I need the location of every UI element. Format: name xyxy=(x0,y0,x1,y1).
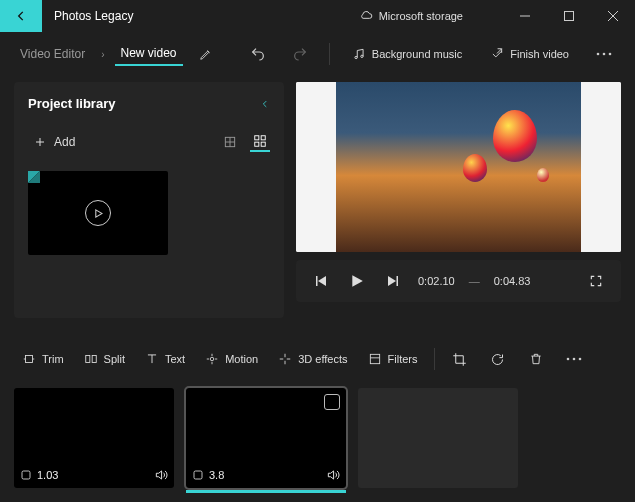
project-library-panel: Project library Add xyxy=(14,82,284,318)
app-window: Photos Legacy Microsoft storage Video Ed… xyxy=(0,0,635,502)
svg-rect-35 xyxy=(22,471,30,479)
svg-rect-17 xyxy=(261,142,265,146)
svg-rect-15 xyxy=(261,136,265,140)
redo-button[interactable] xyxy=(283,37,317,71)
music-icon xyxy=(352,47,366,61)
prev-frame-button[interactable] xyxy=(306,266,336,296)
cloud-icon xyxy=(359,9,373,23)
tab-new-video[interactable]: New video xyxy=(115,42,183,66)
duration-icon xyxy=(20,469,32,481)
crop-button[interactable] xyxy=(443,342,477,376)
video-preview[interactable] xyxy=(296,82,621,252)
svg-point-32 xyxy=(566,358,569,361)
svg-point-6 xyxy=(597,53,600,56)
clip-placeholder[interactable] xyxy=(358,388,518,488)
background-music-button[interactable]: Background music xyxy=(342,41,473,67)
clip-checkbox[interactable] xyxy=(324,394,340,410)
svg-rect-19 xyxy=(397,276,399,286)
svg-rect-36 xyxy=(194,471,202,479)
svg-point-34 xyxy=(578,358,581,361)
plus-icon xyxy=(34,136,46,148)
app-title: Photos Legacy xyxy=(54,9,133,23)
filters-icon xyxy=(368,352,382,366)
timeline-panel: Trim Split Text Motion 3D effects Filter… xyxy=(0,328,635,502)
preview-panel: 0:02.10 — 0:04.83 xyxy=(296,82,621,318)
motion-button[interactable]: Motion xyxy=(197,346,266,372)
undo-button[interactable] xyxy=(241,37,275,71)
minimize-button[interactable] xyxy=(503,0,547,32)
timeline-tools: Trim Split Text Motion 3D effects Filter… xyxy=(14,338,621,388)
svg-point-8 xyxy=(609,53,612,56)
clip-item-selected[interactable]: 3.8 xyxy=(186,388,346,488)
main-area: Project library Add xyxy=(0,76,635,328)
volume-icon[interactable] xyxy=(154,468,168,482)
delete-button[interactable] xyxy=(519,342,553,376)
close-button[interactable] xyxy=(591,0,635,32)
play-icon xyxy=(85,200,111,226)
svg-line-3 xyxy=(608,11,618,21)
export-icon xyxy=(490,47,504,61)
grid-view-button[interactable] xyxy=(250,132,270,152)
filters-button[interactable]: Filters xyxy=(360,346,426,372)
clip-duration: 3.8 xyxy=(209,469,224,481)
maximize-button[interactable] xyxy=(547,0,591,32)
finish-video-button[interactable]: Finish video xyxy=(480,41,579,67)
player-controls: 0:02.10 — 0:04.83 xyxy=(296,260,621,302)
split-icon xyxy=(84,352,98,366)
titlebar: Photos Legacy Microsoft storage xyxy=(0,0,635,32)
svg-rect-30 xyxy=(370,354,379,363)
toolbar: Video Editor › New video Background musi… xyxy=(0,32,635,76)
svg-point-4 xyxy=(355,56,357,58)
single-view-button[interactable] xyxy=(220,132,240,152)
svg-point-25 xyxy=(210,357,214,361)
collapse-library-button[interactable] xyxy=(260,99,270,109)
svg-rect-23 xyxy=(85,356,89,363)
cloud-label: Microsoft storage xyxy=(379,10,463,22)
svg-point-5 xyxy=(361,55,363,57)
cloud-storage[interactable]: Microsoft storage xyxy=(359,9,463,23)
svg-rect-20 xyxy=(26,356,33,363)
rotate-button[interactable] xyxy=(481,342,515,376)
next-frame-button[interactable] xyxy=(378,266,408,296)
clip-strip: 1.03 3.8 xyxy=(14,388,621,488)
total-time: 0:04.83 xyxy=(494,275,531,287)
motion-icon xyxy=(205,352,219,366)
back-button[interactable] xyxy=(0,0,42,32)
svg-rect-24 xyxy=(92,356,96,363)
more-button[interactable] xyxy=(587,37,621,71)
play-button[interactable] xyxy=(342,266,372,296)
trim-button[interactable]: Trim xyxy=(14,346,72,372)
duration-icon xyxy=(192,469,204,481)
svg-rect-18 xyxy=(316,276,318,286)
library-title: Project library xyxy=(28,96,115,111)
sparkle-icon xyxy=(278,352,292,366)
time-separator: — xyxy=(469,275,480,287)
tab-video-editor[interactable]: Video Editor xyxy=(14,43,91,65)
add-media-button[interactable]: Add xyxy=(28,131,81,153)
library-item[interactable] xyxy=(28,171,168,255)
svg-point-33 xyxy=(572,358,575,361)
clip-duration: 1.03 xyxy=(37,469,58,481)
trim-icon xyxy=(22,352,36,366)
timeline-more-button[interactable] xyxy=(557,342,591,376)
svg-point-7 xyxy=(603,53,606,56)
svg-rect-1 xyxy=(565,12,574,21)
rename-button[interactable] xyxy=(199,47,213,61)
preview-content xyxy=(493,110,537,162)
text-icon xyxy=(145,352,159,366)
svg-line-2 xyxy=(608,11,618,21)
volume-icon[interactable] xyxy=(326,468,340,482)
fullscreen-button[interactable] xyxy=(581,266,611,296)
svg-rect-14 xyxy=(255,136,259,140)
split-button[interactable]: Split xyxy=(76,346,133,372)
window-controls xyxy=(503,0,635,32)
svg-rect-16 xyxy=(255,142,259,146)
current-time: 0:02.10 xyxy=(418,275,455,287)
clip-item[interactable]: 1.03 xyxy=(14,388,174,488)
3d-effects-button[interactable]: 3D effects xyxy=(270,346,355,372)
text-button[interactable]: Text xyxy=(137,346,193,372)
chevron-right-icon: › xyxy=(101,49,104,60)
